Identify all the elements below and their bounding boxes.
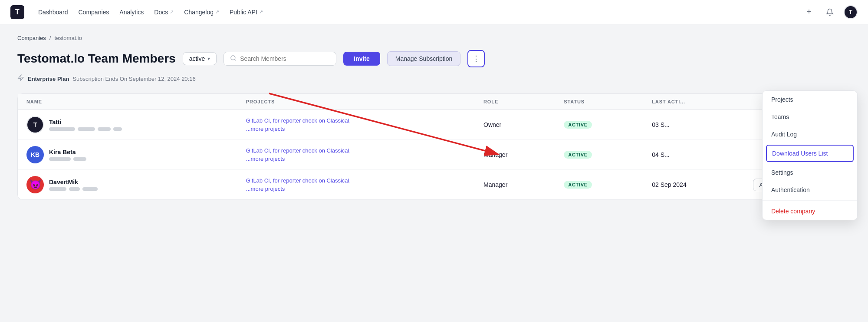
subscription-plan: Enterprise Plan	[28, 76, 69, 82]
member-cell: KB Kira Beta	[26, 146, 229, 163]
member-name: DavertMik	[49, 179, 98, 186]
project-cell: GitLab CI, for reporter check on Classic…	[246, 147, 466, 162]
more-options-button[interactable]: ⋮	[467, 50, 485, 67]
project-link[interactable]: GitLab CI, for reporter check on Classic…	[246, 117, 466, 124]
avatar: KB	[26, 146, 44, 163]
dropdown-item-audit-log[interactable]: Audit Log	[763, 126, 857, 143]
members-table: Name Projects Role Status Last Acti...	[17, 93, 851, 200]
col-name: Name	[18, 94, 237, 110]
svg-line-1	[235, 59, 236, 60]
user-avatar[interactable]: T	[844, 5, 858, 19]
dropdown-item-settings[interactable]: Settings	[763, 164, 857, 181]
member-info: DavertMik	[49, 179, 98, 191]
dropdown-item-download-users[interactable]: Download Users List	[766, 145, 854, 162]
page-title: Testomat.Io Team Members	[17, 52, 176, 66]
avatar: 😈	[26, 176, 44, 193]
subscription-ends: Subscription Ends On September 12, 2024 …	[72, 76, 195, 82]
status-badge: ACTIVE	[564, 151, 592, 159]
status-dropdown[interactable]: active ▾	[183, 52, 217, 65]
more-projects-link[interactable]: ...more projects	[246, 126, 466, 132]
col-status: Status	[555, 94, 643, 110]
dropdown-item-projects[interactable]: Projects	[763, 91, 857, 108]
dropdown-item-authentication[interactable]: Authentication	[763, 181, 857, 199]
member-cell: 😈 DavertMik	[26, 176, 229, 193]
breadcrumb-parent[interactable]: Companies	[17, 35, 46, 41]
member-name: Tatti	[49, 119, 122, 126]
breadcrumb: Companies / testomat.io	[17, 35, 851, 41]
nav-changelog[interactable]: Changelog	[184, 9, 219, 16]
role-cell: Owner	[475, 110, 555, 140]
table-header: Name Projects Role Status Last Acti...	[18, 94, 850, 110]
svg-text:T: T	[33, 121, 37, 128]
member-cell: T Tatti	[26, 116, 229, 133]
project-cell: GitLab CI, for reporter check on Classic…	[246, 117, 466, 132]
member-info: Kira Beta	[49, 149, 86, 161]
nav-analytics[interactable]: Analytics	[119, 9, 144, 16]
role-cell: Manager	[475, 170, 555, 200]
col-projects: Projects	[237, 94, 475, 110]
more-projects-link[interactable]: ...more projects	[246, 156, 466, 162]
dropdown-item-teams[interactable]: Teams	[763, 108, 857, 126]
main-content: Companies / testomat.io Testomat.Io Team…	[0, 24, 868, 210]
invite-button[interactable]: Invite	[343, 52, 380, 66]
nav-companies[interactable]: Companies	[79, 9, 109, 16]
navbar-right: + T	[802, 5, 858, 19]
subscription-info: Enterprise Plan Subscription Ends On Sep…	[17, 74, 851, 83]
table-row: KB Kira Beta GitLab	[18, 140, 850, 170]
add-button[interactable]: +	[802, 5, 816, 19]
project-link[interactable]: GitLab CI, for reporter check on Classic…	[246, 147, 466, 154]
navbar: T Dashboard Companies Analytics Docs Cha…	[0, 0, 868, 24]
search-input[interactable]	[240, 55, 330, 62]
chevron-down-icon: ▾	[207, 56, 210, 62]
table-row: 😈 DavertMik	[18, 170, 850, 200]
last-active-cell: 02 Sep 2024	[643, 170, 744, 200]
app-logo[interactable]: T	[10, 5, 24, 19]
more-projects-link[interactable]: ...more projects	[246, 186, 466, 192]
col-role: Role	[475, 94, 555, 110]
svg-point-0	[231, 56, 235, 60]
search-box	[224, 52, 336, 66]
nav-links: Dashboard Companies Analytics Docs Chang…	[38, 9, 263, 16]
status-badge: ACTIVE	[564, 181, 592, 189]
status-badge: ACTIVE	[564, 121, 592, 129]
last-active-cell: 03 S...	[643, 110, 744, 140]
project-cell: GitLab CI, for reporter check on Classic…	[246, 177, 466, 192]
role-cell: Manager	[475, 140, 555, 170]
member-name: Kira Beta	[49, 149, 86, 156]
col-last-active: Last Acti...	[643, 94, 744, 110]
status-value: active	[189, 55, 205, 62]
breadcrumb-current: testomat.io	[54, 35, 82, 41]
breadcrumb-separator: /	[49, 35, 51, 41]
project-link[interactable]: GitLab CI, for reporter check on Classic…	[246, 177, 466, 184]
nav-docs[interactable]: Docs	[154, 9, 174, 16]
dropdown-divider	[763, 200, 857, 201]
avatar: T	[26, 116, 44, 133]
svg-marker-2	[18, 75, 23, 80]
search-icon	[230, 55, 237, 63]
dropdown-item-delete-company[interactable]: Delete company	[763, 202, 857, 210]
nav-public-api[interactable]: Public API	[230, 9, 263, 16]
last-active-cell: 04 S...	[643, 140, 744, 170]
table-row: T Tatti	[18, 110, 850, 140]
nav-dashboard[interactable]: Dashboard	[38, 9, 68, 16]
notifications-button[interactable]	[823, 5, 837, 19]
header-row: Testomat.Io Team Members active ▾ Invite…	[17, 50, 851, 67]
lightning-icon	[17, 74, 24, 83]
dropdown-menu: Projects Teams Audit Log Download Users …	[762, 90, 858, 210]
member-info: Tatti	[49, 119, 122, 131]
manage-subscription-button[interactable]: Manage Subscription	[387, 51, 461, 66]
